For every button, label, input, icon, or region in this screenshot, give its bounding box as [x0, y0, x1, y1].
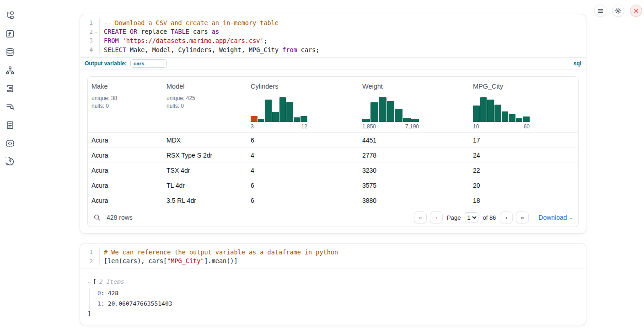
tree-entry: 1:20.060747663551403: [97, 298, 579, 309]
table-row[interactable]: AcuraRSX Type S 2dr4277824: [88, 148, 578, 163]
python-cell: 1# We can reference the output variable …: [80, 243, 586, 325]
hist-bar: [279, 97, 286, 122]
column-header-weight[interactable]: Weight 1,850 7,190: [359, 83, 469, 132]
page-select[interactable]: 1: [465, 212, 478, 222]
chevron-down-icon: ⌄: [569, 215, 573, 220]
hist-bar: [370, 102, 378, 122]
python-code-editor[interactable]: 1# We can reference the output variable …: [80, 243, 586, 269]
weight-histogram: 1,850 7,190: [362, 97, 419, 130]
table-cell: TL 4dr: [163, 182, 247, 189]
collapse-caret-icon[interactable]: ⌄: [87, 279, 93, 284]
hist-bar: [301, 116, 307, 122]
table-cell: RSX Type S 2dr: [163, 152, 247, 159]
histogram-axis-labels: 3 12: [251, 123, 307, 130]
sql-code-editor[interactable]: 1-- Download a CSV and create an in-memo…: [80, 14, 586, 57]
code-line: 1# We can reference the output variable …: [83, 248, 586, 257]
axis-max-label: 60: [524, 123, 530, 130]
table-cell: Acura: [88, 197, 163, 204]
prev-page-button[interactable]: ‹: [430, 211, 443, 223]
table-cell: Acura: [88, 152, 163, 159]
search-icon[interactable]: [93, 214, 101, 222]
histogram-axis-labels: 1,850 7,190: [362, 123, 419, 130]
tree-entry-key: 1: [97, 300, 101, 307]
pagination: « ‹ Page 1 of 86 › » Download ⌄: [414, 211, 573, 223]
table-cell: 4: [247, 167, 359, 174]
tree-entries: 0:4281:20.060747663551403: [89, 288, 579, 309]
code-line: 1-- Download a CSV and create an in-memo…: [83, 18, 586, 27]
page-label: Page: [447, 214, 461, 221]
table-cell: Acura: [88, 137, 163, 144]
table-cell: 3.5 RL 4dr: [163, 197, 247, 204]
table-row[interactable]: AcuraTL 4dr6357520: [88, 178, 578, 193]
line-number: 2: [83, 258, 93, 264]
database-icon[interactable]: [5, 47, 16, 58]
table-row[interactable]: Acura3.5 RL 4dr6388018: [88, 193, 578, 208]
column-unique-stat: unique: 38: [91, 95, 159, 102]
window-controls: [594, 5, 642, 17]
column-label: Weight: [362, 83, 466, 90]
scroll-icon[interactable]: [5, 83, 16, 94]
table-cell: 6: [247, 182, 359, 189]
next-page-button[interactable]: ›: [500, 211, 513, 223]
table-cell: Acura: [88, 167, 163, 174]
menu-icon[interactable]: [594, 5, 606, 17]
line-number: 1: [83, 19, 93, 26]
download-button[interactable]: Download ⌄: [538, 214, 573, 221]
table-cell: 22: [469, 167, 578, 174]
table-cell: MDX: [163, 137, 247, 144]
mpg-city-histogram: 10 60: [473, 97, 530, 130]
dependency-graph-icon[interactable]: [5, 65, 16, 76]
document-icon[interactable]: [5, 120, 16, 131]
output-variable-label: Output variable:: [85, 60, 127, 67]
close-bracket: ]: [87, 309, 579, 318]
hist-bar: [480, 97, 487, 122]
histogram-bars: [473, 97, 530, 122]
hist-bar: [387, 101, 395, 122]
code-line: 4SELECT Make, Model, Cylinders, Weight, …: [83, 45, 586, 54]
list-search-icon[interactable]: [5, 101, 16, 112]
cylinders-histogram: 3 12: [251, 97, 307, 130]
table-cell: 3880: [359, 197, 469, 204]
last-page-button[interactable]: »: [516, 211, 529, 223]
hist-bar: [258, 119, 265, 122]
code-text: FROM 'https://datasets.marimo.app/cars.c…: [99, 36, 586, 45]
column-label: MPG_City: [473, 83, 574, 90]
line-number: 1: [83, 248, 93, 255]
code-text: [len(cars), cars["MPG_City"].mean()]: [99, 257, 586, 266]
code-text: -- Download a CSV and create an in-memor…: [99, 18, 586, 27]
gear-icon[interactable]: [612, 5, 624, 17]
column-header-make[interactable]: Make unique: 38 nulls: 0: [88, 83, 163, 132]
histogram-bars: [362, 97, 419, 122]
line-number: 4: [83, 46, 93, 53]
tree-entry-key: 0: [97, 290, 101, 296]
output-variable-row: Output variable: sql: [80, 57, 586, 69]
left-sidebar: [0, 0, 20, 333]
snippets-icon[interactable]: [5, 138, 16, 149]
histogram-bars: [251, 97, 307, 122]
table-row[interactable]: AcuraMDX6445117: [88, 132, 578, 148]
table-header: Make unique: 38 nulls: 0 Model unique: 4…: [88, 77, 578, 132]
download-label: Download: [538, 214, 567, 221]
table-body: AcuraMDX6445117AcuraRSX Type S 2dr427782…: [88, 132, 578, 208]
axis-max-label: 12: [301, 123, 307, 130]
file-tree-icon[interactable]: [5, 10, 16, 21]
help-icon[interactable]: [5, 156, 16, 167]
column-header-cylinders[interactable]: Cylinders 3 12: [247, 83, 359, 132]
hist-bar: [502, 111, 509, 122]
code-line: 2⌄CREATE OR replace TABLE cars as: [83, 27, 586, 37]
column-nulls-stat: nulls: 0: [166, 102, 243, 110]
output-variable-input[interactable]: [130, 59, 167, 68]
fold-chevron-icon[interactable]: ⌄: [93, 29, 99, 34]
column-header-mpg-city[interactable]: MPG_City 10 60: [469, 83, 578, 132]
column-header-model[interactable]: Model unique: 425 nulls: 0: [163, 83, 247, 132]
close-icon[interactable]: [630, 5, 642, 17]
table-cell: 6: [247, 137, 359, 144]
hist-bar: [294, 117, 301, 122]
table-row[interactable]: AcuraTSX 4dr4323022: [88, 163, 578, 178]
tree-entry-value: 428: [108, 290, 118, 296]
tree-entry: 0:428: [97, 288, 579, 298]
tree-entry-colon: :: [101, 290, 105, 296]
first-page-button[interactable]: «: [414, 211, 427, 223]
code-line: 3FROM 'https://datasets.marimo.app/cars.…: [83, 36, 586, 45]
function-square-icon[interactable]: [5, 28, 16, 39]
